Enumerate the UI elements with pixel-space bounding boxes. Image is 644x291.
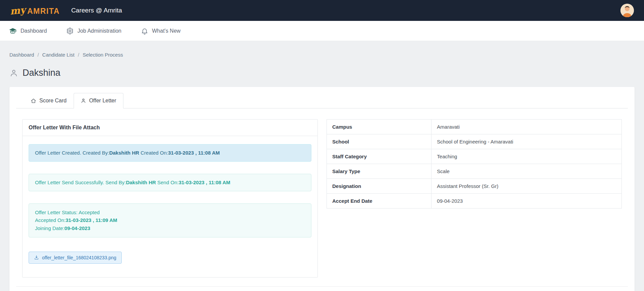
detail-value: 09-04-2023 [431, 194, 622, 208]
user-avatar[interactable] [620, 4, 634, 17]
table-row: Designation Assistant Professor (Sr. Gr) [327, 179, 622, 194]
breadcrumb-candidate-list[interactable]: Candidate List [42, 52, 75, 58]
offer-letter-panel: Offer Letter With File Attach Offer Lett… [22, 119, 318, 278]
page-content: Dashboard / Candidate List / Selection P… [0, 52, 644, 291]
file-name: offer_letter_file_168024108233.png [42, 255, 116, 260]
detail-label: School [327, 134, 431, 149]
page-title-row: Dakshina [9, 68, 635, 78]
sent-on-label: Send On: [156, 180, 179, 185]
offer-status-alert: Offer Letter Status: Accepted Accepted O… [29, 203, 311, 237]
offer-created-alert: Offer Letter Created. Created By:Dakshit… [29, 144, 311, 162]
tab-offer-letter[interactable]: Offer Letter [74, 93, 123, 108]
graduation-cap-icon [9, 27, 17, 35]
page-title: Dakshina [23, 68, 61, 78]
sent-on: 31-03-2023 , 11:08 AM [179, 180, 230, 185]
accepted-on-label: Accepted On: [35, 217, 66, 223]
created-by: Dakshith HR [109, 150, 139, 156]
tab-score-card[interactable]: Score Card [24, 93, 74, 108]
download-icon [34, 255, 39, 260]
detail-label: Accept End Date [327, 194, 431, 208]
avatar-person-icon [620, 4, 634, 17]
table-row: Staff Category Teaching [327, 149, 622, 164]
nav-item-whats-new[interactable]: What's New [141, 27, 181, 35]
accepted-line: Accepted On:31-03-2023 , 11:09 AM [35, 216, 305, 224]
home-icon [31, 98, 36, 104]
table-row: Accept End Date 09-04-2023 [327, 194, 622, 208]
status-line: Offer Letter Status: Accepted [35, 208, 305, 217]
nav-item-job-administration[interactable]: Job Administration [66, 27, 121, 35]
created-on: 31-03-2023 , 11:08 AM [168, 150, 220, 156]
table-row: Salary Type Scale [327, 164, 622, 179]
app-header: my AMRITA Careers @ Amrita [0, 0, 644, 21]
main-nav: Dashboard Job Administration What's New [0, 21, 644, 41]
offer-panel-title: Offer Letter With File Attach [23, 120, 317, 136]
logo-word-text: AMRITA [27, 7, 60, 16]
table-row: Campus Amaravati [327, 120, 622, 134]
sent-alert-text: Offer Letter Send Successfully. Send By: [35, 180, 126, 185]
gear-icon [66, 27, 74, 35]
detail-value: Amaravati [431, 120, 622, 134]
candidate-details-table: Campus Amaravati School School of Engine… [327, 119, 622, 208]
detail-value: Scale [431, 164, 622, 179]
selection-process-card: Score Card Offer Letter Offer Letter Wit… [9, 87, 635, 291]
tab-bar: Score Card Offer Letter [16, 93, 628, 108]
breadcrumb-separator: / [78, 52, 79, 58]
person-icon [9, 69, 18, 77]
bell-icon [141, 27, 148, 35]
nav-item-dashboard[interactable]: Dashboard [9, 27, 47, 35]
tab-label: Offer Letter [89, 98, 116, 104]
breadcrumb-dashboard[interactable]: Dashboard [9, 52, 34, 58]
detail-label: Staff Category [327, 149, 431, 164]
detail-label: Campus [327, 120, 431, 134]
breadcrumb: Dashboard / Candidate List / Selection P… [9, 52, 635, 58]
table-row: School School of Engineering - Amaravati [327, 134, 622, 149]
created-on-label: Created On: [139, 150, 168, 156]
nav-label: Dashboard [21, 28, 47, 34]
detail-value: Assistant Professor (Sr. Gr) [431, 179, 622, 194]
nav-label: What's New [152, 28, 181, 34]
detail-value: School of Engineering - Amaravati [431, 134, 622, 149]
nav-label: Job Administration [77, 28, 121, 34]
offer-letter-file-button[interactable]: offer_letter_file_168024108233.png [29, 252, 122, 264]
joining-line: Joining Date:09-04-2023 [35, 224, 305, 232]
joining-date-label: Joining Date: [35, 225, 65, 231]
offer-panel-body: Offer Letter Created. Created By:Dakshit… [23, 136, 317, 277]
detail-value: Teaching [431, 149, 622, 164]
accepted-on: 31-03-2023 , 11:09 AM [66, 217, 117, 223]
app-title: Careers @ Amrita [71, 7, 122, 14]
amrita-logo[interactable]: my AMRITA [10, 5, 60, 16]
offer-letter-tab-content: Offer Letter With File Attach Offer Lett… [16, 108, 628, 287]
detail-label: Designation [327, 179, 431, 194]
breadcrumb-selection-process[interactable]: Selection Process [83, 52, 123, 58]
created-alert-text: Offer Letter Created. Created By: [35, 150, 109, 156]
joining-date: 09-04-2023 [65, 225, 90, 231]
tab-label: Score Card [39, 98, 67, 104]
sent-by: Dakshith HR [126, 180, 156, 185]
breadcrumb-separator: / [37, 52, 39, 58]
offer-sent-alert: Offer Letter Send Successfully. Send By:… [29, 174, 311, 191]
detail-label: Salary Type [327, 164, 431, 179]
logo-script-text: my [9, 4, 26, 17]
person-icon [81, 98, 86, 103]
